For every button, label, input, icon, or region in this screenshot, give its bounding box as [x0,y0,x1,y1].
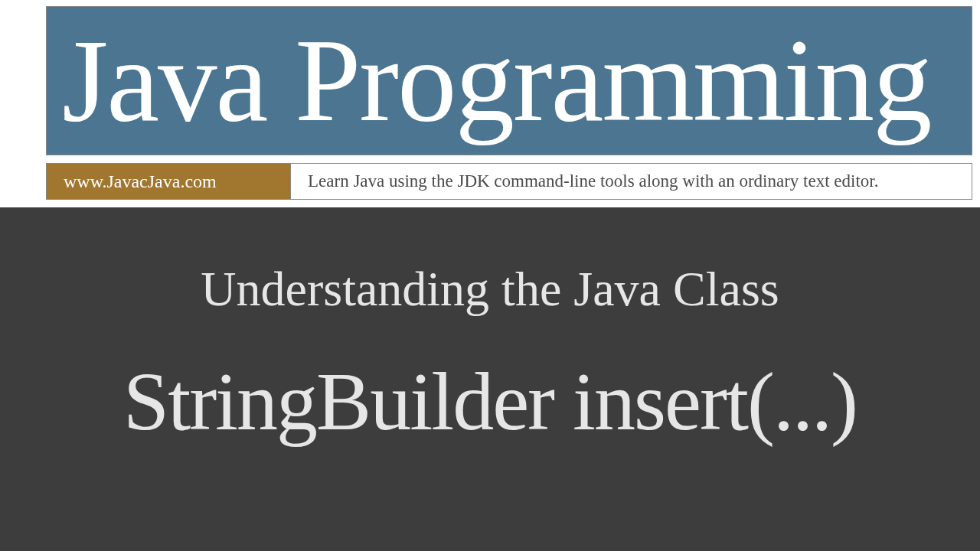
content-topic: StringBuilder insert(...) [123,354,857,449]
title-banner: Java Programming [46,6,972,155]
banner-title: Java Programming [47,21,931,140]
content-panel: Understanding the Java Class StringBuild… [0,207,980,551]
content-subtitle: Understanding the Java Class [201,261,779,318]
website-url: www.JavacJava.com [64,171,217,192]
sub-banner: www.JavacJava.com Learn Java using the J… [46,163,972,200]
website-badge: www.JavacJava.com [46,163,291,200]
tagline-text: Learn Java using the JDK command-line to… [308,171,878,191]
tagline-bar: Learn Java using the JDK command-line to… [291,163,972,200]
